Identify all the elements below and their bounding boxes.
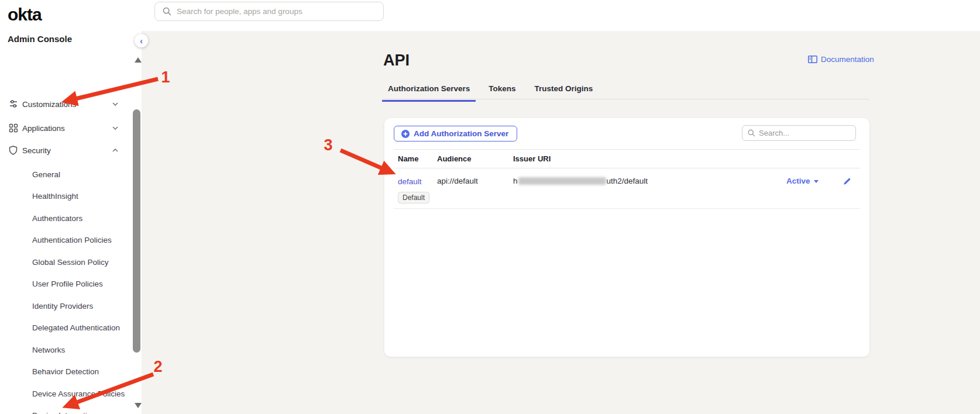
sidebar-nav: Customizations Applications Security	[0, 50, 132, 414]
sidebar-item-label: Customizations	[22, 100, 76, 109]
customizations-icon	[9, 99, 18, 109]
issuer-suffix: uth2/default	[607, 177, 648, 185]
table-row: default Default api://default huth2/defa…	[394, 168, 860, 209]
sidebar-item-user-profile-policies[interactable]: User Profile Policies	[32, 279, 103, 289]
sidebar-item-customizations[interactable]: Customizations	[0, 93, 132, 115]
chevron-up-icon	[112, 149, 118, 152]
sidebar-item-authentication-policies[interactable]: Authentication Policies	[32, 235, 112, 246]
chevron-down-icon	[112, 126, 118, 130]
edit-pencil-icon[interactable]	[842, 177, 852, 187]
search-icon	[748, 129, 755, 137]
scrollbar-thumb[interactable]	[133, 109, 140, 353]
sidebar-item-authenticators[interactable]: Authenticators	[32, 213, 82, 223]
documentation-label: Documentation	[821, 55, 874, 64]
search-icon	[163, 7, 171, 16]
table-search-box[interactable]	[742, 125, 856, 141]
table-search-input[interactable]	[759, 129, 841, 137]
sidebar-item-security[interactable]: Security	[0, 139, 132, 161]
annotation-number-1: 1	[158, 68, 173, 87]
annotation-number-2: 2	[150, 358, 166, 376]
console-title: Admin Console	[8, 34, 72, 44]
sidebar-collapse-button[interactable]: ‹	[135, 34, 148, 47]
issuer-redacted-blur	[518, 177, 606, 185]
cell-name: default Default	[398, 176, 437, 203]
cell-audience: api://default	[437, 176, 513, 185]
sidebar: okta Admin Console Customizations Applic…	[0, 0, 142, 414]
table-header-row: Name Audience Issuer URI	[394, 149, 860, 168]
sidebar-item-delegated-authentication[interactable]: Delegated Authentication	[32, 323, 120, 333]
applications-grid-icon	[9, 123, 18, 133]
scrollbar-up-arrow[interactable]	[135, 57, 142, 63]
add-authorization-server-button[interactable]: Add Authorization Server	[394, 126, 517, 142]
page-title: API	[383, 51, 410, 70]
sidebar-item-networks[interactable]: Networks	[32, 344, 65, 355]
top-bar	[142, 0, 980, 31]
cell-issuer-uri: huth2/default	[513, 176, 786, 185]
column-header-audience: Audience	[437, 154, 513, 163]
sidebar-item-behavior-detection[interactable]: Behavior Detection	[32, 367, 99, 377]
column-header-name: Name	[398, 154, 437, 163]
status-dropdown[interactable]: Active	[786, 176, 833, 185]
documentation-link[interactable]: Documentation	[808, 55, 874, 64]
global-search-input[interactable]	[177, 7, 383, 16]
caret-down-icon	[814, 180, 819, 183]
add-button-label: Add Authorization Server	[414, 129, 508, 138]
annotation-number-3: 3	[321, 136, 336, 154]
default-server-link[interactable]: default	[398, 177, 422, 186]
sidebar-item-identity-providers[interactable]: Identity Providers	[32, 301, 93, 311]
sidebar-item-device-integrations[interactable]: Device Integrations	[32, 410, 100, 414]
sidebar-item-global-session-policy[interactable]: Global Session Policy	[32, 257, 109, 267]
sidebar-item-general[interactable]: General	[32, 169, 60, 180]
sidebar-item-label: Security	[22, 146, 51, 155]
issuer-prefix: h	[513, 177, 518, 185]
shield-icon	[9, 146, 18, 155]
authorization-servers-table: Name Audience Issuer URI default Default…	[394, 149, 860, 209]
okta-logo: okta	[8, 5, 42, 25]
default-badge: Default	[398, 192, 429, 203]
sidebar-item-label: Applications	[22, 124, 65, 133]
scrollbar-down-arrow[interactable]	[135, 403, 142, 408]
status-label: Active	[786, 177, 810, 185]
sidebar-item-device-assurance-policies[interactable]: Device Assurance Policies	[32, 388, 125, 399]
authorization-servers-panel: Add Authorization Server Name Audience I…	[384, 118, 869, 357]
global-search-box[interactable]	[154, 2, 384, 21]
chevron-down-icon	[112, 102, 118, 106]
sidebar-item-applications[interactable]: Applications	[0, 117, 132, 139]
tab-divider	[382, 99, 869, 99]
column-header-issuer-uri: Issuer URI	[513, 154, 786, 163]
documentation-icon	[808, 56, 817, 63]
plus-circle-icon	[401, 130, 410, 138]
sidebar-item-healthinsight[interactable]: HealthInsight	[32, 191, 78, 202]
okta-admin-console: okta Admin Console Customizations Applic…	[0, 0, 980, 414]
